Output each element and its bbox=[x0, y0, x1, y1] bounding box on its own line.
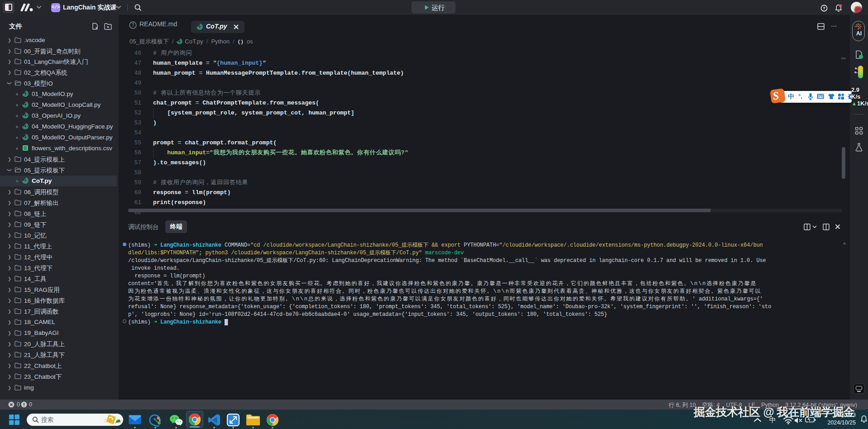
svg-text:?: ? bbox=[132, 23, 134, 28]
svg-text:?: ? bbox=[823, 6, 825, 10]
